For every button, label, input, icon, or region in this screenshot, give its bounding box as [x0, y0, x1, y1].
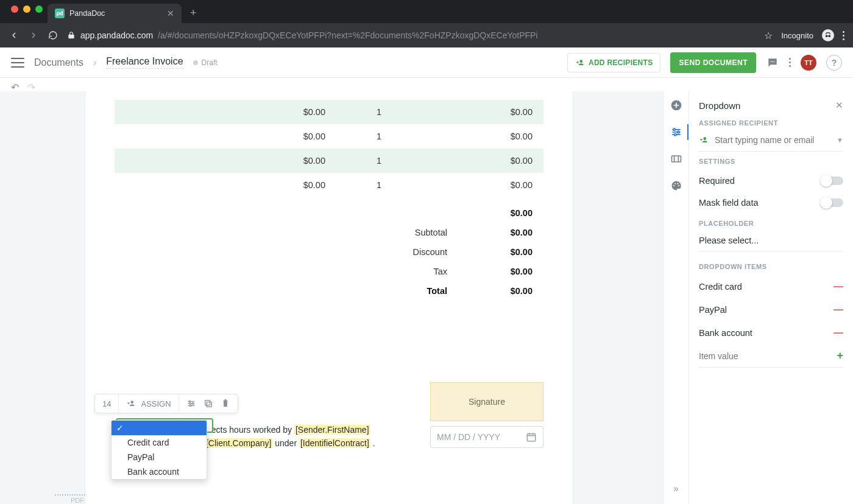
- menu-icon[interactable]: [11, 58, 24, 68]
- settings-label: SETTINGS: [699, 158, 843, 165]
- svg-point-8: [189, 401, 191, 402]
- collapse-panel-icon[interactable]: »: [673, 483, 679, 504]
- dropdown-item-row: PayPal—: [699, 298, 843, 321]
- table-row[interactable]: $0.001$0.00: [115, 173, 543, 197]
- document-canvas[interactable]: $0.001$0.00 $0.001$0.00 $0.001$0.00 $0.0…: [0, 91, 663, 504]
- properties-panel: Dropdown ✕ ASSIGNED RECIPIENT ▼ SETTINGS…: [688, 91, 853, 504]
- token-sender-first[interactable]: [Sender.FirstName]: [294, 425, 370, 435]
- invoice-table: $0.001$0.00 $0.001$0.00 $0.001$0.00 $0.0…: [115, 100, 543, 197]
- avatar[interactable]: TT: [801, 55, 816, 71]
- svg-point-0: [826, 35, 828, 37]
- more-menu-icon[interactable]: [789, 58, 791, 67]
- svg-point-2: [579, 60, 582, 63]
- minimize-window-icon[interactable]: [23, 5, 30, 13]
- close-window-icon[interactable]: [11, 5, 18, 13]
- cell-total: $0.00: [422, 173, 543, 197]
- table-row[interactable]: $0.001$0.00: [115, 149, 543, 173]
- help-icon[interactable]: ?: [826, 55, 842, 71]
- dropdown-option-blank[interactable]: [111, 421, 207, 435]
- svg-point-21: [678, 185, 679, 186]
- page-break-line: [55, 494, 85, 495]
- font-size-value: 14: [102, 399, 111, 408]
- placeholder-section-label: PLACEHOLDER: [699, 220, 843, 227]
- trash-icon[interactable]: [221, 399, 230, 408]
- svg-point-19: [674, 183, 676, 184]
- design-icon[interactable]: [670, 179, 683, 192]
- add-recipients-label: ADD RECIPIENTS: [589, 58, 653, 67]
- right-icon-rail: »: [663, 91, 688, 504]
- browser-tab[interactable]: pd PandaDoc ✕: [48, 4, 182, 23]
- document-status: Draft: [193, 58, 218, 67]
- app-header: Documents › Freelance Invoice Draft ADD …: [0, 47, 853, 78]
- placeholder-input[interactable]: [699, 232, 843, 252]
- required-toggle-row: Required: [699, 170, 843, 192]
- svg-point-5: [774, 61, 775, 62]
- add-block-icon[interactable]: [670, 99, 683, 112]
- document-title[interactable]: Freelance Invoice: [106, 56, 183, 69]
- recipient-input[interactable]: [715, 135, 830, 145]
- comments-icon[interactable]: [766, 56, 779, 69]
- field-properties-icon[interactable]: [670, 125, 683, 139]
- token-contract[interactable]: [IdentifielContract]: [299, 438, 370, 448]
- new-item-input[interactable]: [699, 351, 837, 361]
- chevron-down-icon[interactable]: ▼: [837, 136, 843, 144]
- svg-point-16: [674, 134, 676, 136]
- dropdown-item-row: Credit card—: [699, 275, 843, 298]
- table-row[interactable]: $0.001$0.00: [115, 124, 543, 149]
- dropdown-option[interactable]: Bank account: [111, 464, 207, 479]
- bookmark-icon[interactable]: ☆: [764, 30, 773, 41]
- dropdown-option[interactable]: Credit card: [111, 435, 207, 450]
- remove-item-icon[interactable]: —: [834, 327, 843, 338]
- breadcrumb-root[interactable]: Documents: [34, 57, 83, 68]
- date-field[interactable]: MM / DD / YYYY: [430, 426, 543, 448]
- new-tab-button[interactable]: +: [182, 7, 203, 23]
- token-client-company[interactable]: [Client.Company]: [205, 438, 272, 448]
- forward-icon[interactable]: [28, 30, 39, 41]
- favicon-icon: pd: [55, 9, 65, 18]
- svg-rect-12: [205, 401, 210, 405]
- svg-point-9: [192, 403, 194, 405]
- maximize-window-icon[interactable]: [35, 5, 43, 13]
- cell-price: $0.00: [227, 149, 336, 173]
- add-item-icon[interactable]: +: [837, 349, 843, 362]
- remove-item-icon[interactable]: —: [834, 304, 843, 315]
- cell-qty: 1: [336, 100, 422, 124]
- incognito-icon: [822, 29, 834, 41]
- svg-point-22: [703, 137, 706, 140]
- signature-field[interactable]: Signature: [430, 382, 543, 421]
- send-document-button[interactable]: SEND DOCUMENT: [670, 52, 756, 73]
- main-area: $0.001$0.00 $0.001$0.00 $0.001$0.00 $0.0…: [0, 91, 853, 504]
- font-size-display[interactable]: 14: [95, 394, 119, 413]
- duplicate-icon[interactable]: [204, 399, 213, 408]
- assign-button[interactable]: ASSIGN: [119, 394, 179, 413]
- required-toggle[interactable]: [821, 177, 843, 185]
- dropdown-item-label: Credit card: [699, 282, 742, 292]
- tab-title: PandaDoc: [69, 9, 105, 18]
- reload-icon[interactable]: [48, 30, 58, 41]
- back-icon[interactable]: [9, 30, 19, 41]
- cell-qty: 1: [336, 149, 422, 173]
- status-text: Draft: [202, 58, 218, 67]
- recipient-input-row[interactable]: ▼: [699, 131, 843, 152]
- remove-item-icon[interactable]: —: [834, 281, 843, 292]
- browser-menu-icon[interactable]: [843, 31, 844, 40]
- undo-icon[interactable]: ↶: [11, 82, 19, 91]
- tax-value: $0.00: [484, 267, 533, 276]
- lock-icon: [67, 31, 76, 40]
- incognito-label: Incognito: [781, 31, 813, 40]
- tax-label: Tax: [380, 267, 447, 276]
- variables-icon[interactable]: [670, 152, 683, 166]
- dropdown-option[interactable]: PayPal: [111, 450, 207, 464]
- svg-point-18: [673, 185, 674, 186]
- close-panel-icon[interactable]: ✕: [835, 100, 843, 111]
- table-row[interactable]: $0.001$0.00: [115, 100, 543, 124]
- invoice-totals: $0.00 Subtotal$0.00 Discount$0.00 Tax$0.…: [115, 202, 543, 301]
- add-recipients-button[interactable]: ADD RECIPIENTS: [567, 53, 661, 72]
- assigned-recipient-label: ASSIGNED RECIPIENT: [699, 119, 843, 127]
- mask-toggle[interactable]: [821, 198, 843, 207]
- url-display[interactable]: app.pandadoc.com/a/#/documents/oHZPzkoxg…: [67, 30, 538, 40]
- settings-sliders-icon[interactable]: [186, 399, 196, 408]
- mask-toggle-row: Mask field data: [699, 192, 843, 214]
- cell-qty: 1: [336, 124, 422, 149]
- tab-close-icon[interactable]: ✕: [167, 9, 174, 18]
